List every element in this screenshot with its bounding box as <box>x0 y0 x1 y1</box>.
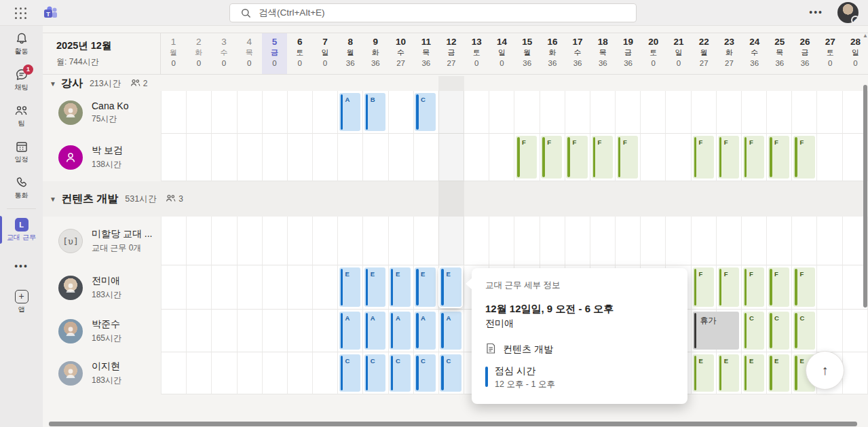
shift-block-C[interactable]: C <box>415 93 436 131</box>
shift-block-E[interactable]: E <box>693 354 714 392</box>
day-column-5[interactable]: 5금0 <box>262 33 287 74</box>
day-column-16[interactable]: 16화36 <box>540 33 565 74</box>
shift-block-F[interactable]: F <box>617 136 638 179</box>
shift-block-F[interactable]: F <box>693 267 714 307</box>
shift-block-F[interactable]: F <box>541 136 562 179</box>
day-column-24[interactable]: 24수36 <box>742 33 767 74</box>
vertical-scrollbar[interactable]: ▲ <box>863 33 868 420</box>
collapse-caret-icon[interactable]: ▼ <box>50 80 56 88</box>
shift-block-F[interactable]: F <box>718 267 739 307</box>
day-of-week: 수 <box>565 48 590 58</box>
day-column-7[interactable]: 7일0 <box>312 33 337 74</box>
month-picker[interactable]: 2025년 12월 월: 744시간 <box>43 33 161 74</box>
sidebar-item-chat[interactable]: 1채팅 <box>0 62 43 98</box>
shift-block-F[interactable]: F <box>566 136 587 179</box>
shift-block-C[interactable]: C <box>440 354 461 392</box>
day-column-12[interactable]: 12금27 <box>438 33 464 74</box>
day-column-11[interactable]: 11목36 <box>413 33 438 74</box>
day-column-17[interactable]: 17수36 <box>565 33 590 74</box>
shift-block-휴가[interactable]: 휴가 <box>693 312 739 350</box>
member-label[interactable]: [υ]미할당 교대 ...교대 근무 0개 <box>43 217 161 265</box>
shift-block-F[interactable]: F <box>768 136 789 179</box>
member-label[interactable]: 박 보검138시간 <box>43 134 161 181</box>
collapse-caret-icon[interactable]: ▼ <box>50 196 56 203</box>
sidebar-item-activity[interactable]: 활동 <box>0 26 43 62</box>
app-launcher-icon[interactable] <box>15 7 27 20</box>
sidebar-item-teams[interactable]: 팀 <box>0 98 43 134</box>
day-column-6[interactable]: 6토0 <box>287 33 312 74</box>
day-column-22[interactable]: 22월27 <box>692 33 717 74</box>
sidebar-item-shifts[interactable]: L교대 근무 <box>0 212 43 248</box>
shift-block-A[interactable]: A <box>339 93 360 131</box>
horizontal-scrollbar-thumb[interactable] <box>49 422 857 426</box>
user-avatar[interactable]: ✓ <box>837 2 858 23</box>
day-column-13[interactable]: 13토0 <box>464 33 489 74</box>
sidebar-item-more[interactable]: ••• <box>0 248 43 284</box>
shift-block-F[interactable]: F <box>516 136 537 179</box>
sidebar-item-apps[interactable]: +앱 <box>0 284 43 320</box>
horizontal-scrollbar[interactable]: ◄ <box>43 421 868 427</box>
member-label[interactable]: 전미애183시간 <box>43 265 161 310</box>
day-column-15[interactable]: 15월36 <box>514 33 540 74</box>
shift-block-E[interactable]: E <box>440 267 461 307</box>
shift-block-A[interactable]: A <box>339 312 360 350</box>
search-input[interactable]: 검색(Ctrl+Alt+E) <box>229 3 637 22</box>
shift-block-A[interactable]: A <box>390 312 411 350</box>
shift-block-F[interactable]: F <box>592 136 613 179</box>
member-label[interactable]: 박준수165시간 <box>43 310 161 352</box>
day-column-21[interactable]: 21일0 <box>666 33 691 74</box>
day-column-4[interactable]: 4목0 <box>237 33 262 74</box>
day-column-25[interactable]: 25목36 <box>767 33 792 74</box>
more-options-icon[interactable]: ••• <box>809 7 823 18</box>
shift-block-C[interactable]: C <box>339 354 360 392</box>
shift-block-F[interactable]: F <box>743 136 764 179</box>
shift-block-E[interactable]: E <box>415 267 436 307</box>
shift-block-E[interactable]: E <box>743 354 764 392</box>
day-of-week: 목 <box>590 48 616 58</box>
scroll-up-arrow-icon[interactable]: ▲ <box>863 33 868 39</box>
group-member-count: 3 <box>178 194 183 204</box>
shift-block-F[interactable]: F <box>768 267 789 307</box>
day-column-10[interactable]: 10수27 <box>388 33 413 74</box>
shift-block-C[interactable]: C <box>793 312 814 350</box>
day-column-18[interactable]: 18목36 <box>590 33 616 74</box>
shift-block-E[interactable]: E <box>339 267 360 307</box>
shift-block-F[interactable]: F <box>793 136 814 179</box>
day-column-2[interactable]: 2화0 <box>186 33 211 74</box>
day-column-26[interactable]: 26금36 <box>792 33 817 74</box>
sidebar-item-calls[interactable]: 통화 <box>0 170 43 206</box>
day-column-14[interactable]: 14일0 <box>489 33 514 74</box>
member-label[interactable]: 이지현183시간 <box>43 352 161 394</box>
shift-block-A[interactable]: A <box>415 312 436 350</box>
day-hours: 0 <box>666 59 691 67</box>
shift-block-C[interactable]: C <box>415 354 436 392</box>
shift-block-C[interactable]: C <box>364 354 385 392</box>
shift-block-C[interactable]: C <box>743 312 764 350</box>
day-of-week: 일 <box>666 48 691 58</box>
day-column-20[interactable]: 20토0 <box>641 33 666 74</box>
shift-block-E[interactable]: E <box>390 267 411 307</box>
shift-block-A[interactable]: A <box>364 312 385 350</box>
shift-block-B[interactable]: B <box>364 93 385 131</box>
day-column-3[interactable]: 3수0 <box>211 33 236 74</box>
sidebar-item-calendar[interactable]: 일정 <box>0 134 43 170</box>
shift-block-E[interactable]: E <box>364 267 385 307</box>
shift-block-F[interactable]: F <box>793 267 814 307</box>
day-column-8[interactable]: 8월36 <box>338 33 363 74</box>
shift-block-F[interactable]: F <box>743 267 764 307</box>
shift-block-F[interactable]: F <box>718 136 739 179</box>
day-column-19[interactable]: 19금36 <box>616 33 641 74</box>
shift-block-F[interactable]: F <box>693 136 714 179</box>
shift-block-A[interactable]: A <box>440 312 461 350</box>
member-label[interactable]: Cana Ko75시간 <box>43 91 161 134</box>
scroll-to-top-button[interactable]: ↑ <box>806 351 844 390</box>
day-column-27[interactable]: 27토0 <box>818 33 843 74</box>
day-column-23[interactable]: 23화27 <box>717 33 742 74</box>
vertical-scrollbar-thumb[interactable] <box>863 85 867 308</box>
shift-block-E[interactable]: E <box>718 354 739 392</box>
day-column-1[interactable]: 1월0 <box>161 33 186 74</box>
shift-block-E[interactable]: E <box>768 354 789 392</box>
shift-block-C[interactable]: C <box>390 354 411 392</box>
day-column-9[interactable]: 9화36 <box>363 33 388 74</box>
shift-block-C[interactable]: C <box>768 312 789 350</box>
